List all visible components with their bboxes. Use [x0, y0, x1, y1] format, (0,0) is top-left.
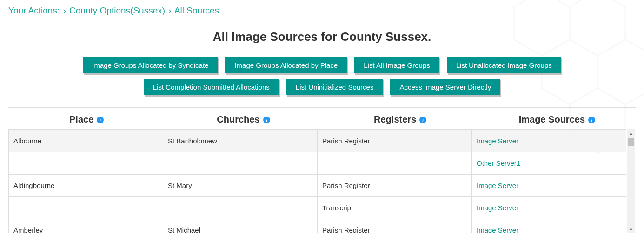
section-divider	[8, 107, 636, 108]
list-uninitialized-sources-button[interactable]: List Uninitialized Sources	[286, 79, 383, 95]
column-header-image-sources: Image Sources i	[479, 114, 636, 125]
info-icon[interactable]: i	[96, 116, 104, 123]
breadcrumb-all-sources[interactable]: All Sources	[174, 6, 219, 15]
image-source-link[interactable]: Other Server1	[477, 159, 520, 167]
breadcrumb-root[interactable]: Your Actions:	[8, 6, 60, 15]
vertical-scrollbar[interactable]: ▲ ▼	[627, 129, 635, 233]
cell-church	[163, 197, 318, 219]
access-image-server-button[interactable]: Access Image Server Directly	[390, 79, 500, 95]
info-icon[interactable]: i	[419, 116, 427, 123]
cell-register: Transcript	[318, 197, 472, 219]
scroll-thumb[interactable]	[628, 138, 634, 146]
cell-place	[9, 197, 163, 219]
image-source-link[interactable]: Image Server	[477, 137, 518, 145]
table-row: AldingbourneSt MaryParish RegisterImage …	[9, 175, 626, 197]
cell-church: St Michael	[163, 219, 318, 234]
scroll-up-icon[interactable]: ▲	[627, 129, 635, 137]
cell-place: Amberley	[9, 219, 163, 234]
cell-place: Albourne	[9, 130, 163, 152]
column-header-churches: Churches i	[165, 114, 322, 125]
cell-place	[9, 152, 163, 175]
table-row: AmberleySt MichaelParish RegisterImage S…	[9, 219, 626, 234]
table-scroll-area: AlbourneSt BartholomewParish RegisterIma…	[8, 129, 636, 233]
image-source-link[interactable]: Image Server	[477, 204, 518, 212]
image-source-link[interactable]: Image Server	[477, 181, 518, 189]
info-icon[interactable]: i	[588, 116, 596, 123]
column-header-registers: Registers i	[322, 114, 479, 125]
cell-register	[318, 152, 472, 175]
list-completion-submitted-button[interactable]: List Completion Submitted Allocations	[144, 79, 279, 95]
cell-church	[163, 152, 318, 175]
table-row: TranscriptImage Server	[9, 197, 626, 219]
cell-place: Aldingbourne	[9, 175, 163, 197]
cell-source: Image Server	[472, 219, 626, 234]
cell-church: St Mary	[163, 175, 318, 197]
image-groups-by-syndicate-button[interactable]: Image Groups Allocated by Syndicate	[83, 57, 218, 73]
cell-source: Image Server	[472, 197, 626, 219]
cell-church: St Bartholomew	[163, 130, 318, 152]
breadcrumb-county-options[interactable]: County Options(Sussex)	[69, 6, 165, 15]
cell-register: Parish Register	[318, 175, 472, 197]
action-button-row: Image Groups Allocated by Syndicate Imag…	[20, 57, 624, 95]
cell-register: Parish Register	[318, 130, 472, 152]
cell-source: Other Server1	[472, 152, 626, 175]
page-title: All Image Sources for County Sussex.	[8, 30, 636, 44]
cell-source: Image Server	[472, 130, 626, 152]
table-header-row: Place i Churches i Registers i Image Sou…	[8, 114, 636, 129]
image-source-link[interactable]: Image Server	[477, 226, 518, 233]
cell-source: Image Server	[472, 175, 626, 197]
breadcrumb: Your Actions: › County Options(Sussex) ›…	[8, 6, 636, 16]
info-icon[interactable]: i	[263, 116, 271, 123]
table-row: AlbourneSt BartholomewParish RegisterIma…	[9, 130, 626, 152]
list-all-image-groups-button[interactable]: List All Image Groups	[354, 57, 439, 73]
image-groups-by-place-button[interactable]: Image Groups Allocated by Place	[225, 57, 347, 73]
table-row: Other Server1	[9, 152, 626, 175]
scroll-down-icon[interactable]: ▼	[627, 226, 635, 233]
image-sources-table: AlbourneSt BartholomewParish RegisterIma…	[8, 129, 626, 233]
cell-register: Parish Register	[318, 219, 472, 234]
list-unallocated-image-groups-button[interactable]: List Unallocated Image Groups	[447, 57, 561, 73]
column-header-place: Place i	[8, 114, 165, 125]
